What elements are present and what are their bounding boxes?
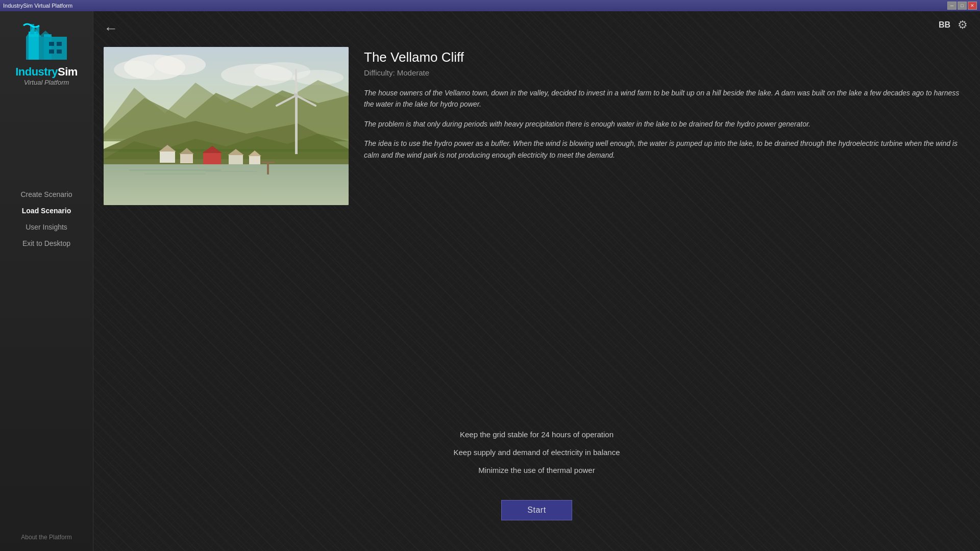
settings-icon[interactable]: ⚙ bbox=[958, 18, 968, 32]
scenario-desc-1: The house owners of the Vellamo town, do… bbox=[364, 87, 970, 110]
main-content: ← BB ⚙ bbox=[93, 11, 980, 551]
svg-rect-7 bbox=[49, 42, 54, 46]
titlebar-title: IndustrySim Virtual Platform bbox=[3, 3, 72, 9]
titlebar-controls: ─ □ ✕ bbox=[947, 2, 977, 10]
objective-3: Minimize the use of thermal power bbox=[478, 466, 595, 474]
scenario-desc-2: The problem is that only during periods … bbox=[364, 118, 970, 130]
svg-marker-6 bbox=[39, 31, 52, 37]
maximize-button[interactable]: □ bbox=[958, 2, 967, 10]
scenario-difficulty: Difficulty: Moderate bbox=[364, 68, 970, 77]
nav-item-exit[interactable]: Exit to Desktop bbox=[0, 237, 93, 249]
nav-item-insights[interactable]: User Insights bbox=[0, 221, 93, 233]
logo-subtitle: Virtual Platform bbox=[24, 79, 69, 86]
nav-item-create[interactable]: Create Scenario bbox=[0, 188, 93, 201]
scenario-image bbox=[104, 47, 349, 205]
top-section: The Vellamo Cliff Difficulty: Moderate T… bbox=[104, 47, 970, 205]
about-link[interactable]: About the Platform bbox=[21, 534, 71, 541]
back-button[interactable]: ← bbox=[104, 20, 118, 37]
logo-icon bbox=[21, 21, 72, 62]
objectives-list: Keep the grid stable for 24 hours of ope… bbox=[104, 430, 970, 474]
scenario-info: The Vellamo Cliff Difficulty: Moderate T… bbox=[364, 47, 970, 205]
top-right-controls: BB ⚙ bbox=[939, 18, 968, 32]
titlebar: IndustrySim Virtual Platform ─ □ ✕ bbox=[0, 0, 980, 11]
start-btn-area: Start bbox=[104, 500, 970, 520]
svg-rect-9 bbox=[49, 49, 54, 54]
scenario-title: The Vellamo Cliff bbox=[364, 49, 970, 65]
svg-rect-2 bbox=[44, 34, 52, 60]
scenario-desc-3: The idea is to use the hydro power as a … bbox=[364, 138, 970, 161]
logo-text: IndustrySim bbox=[15, 65, 78, 79]
svg-rect-10 bbox=[57, 49, 62, 54]
app-body: IndustrySim Virtual Platform Create Scen… bbox=[0, 11, 980, 551]
nav-item-load[interactable]: Load Scenario bbox=[0, 205, 93, 217]
sidebar: IndustrySim Virtual Platform Create Scen… bbox=[0, 11, 93, 551]
logo-area: IndustrySim Virtual Platform bbox=[15, 21, 78, 86]
svg-rect-8 bbox=[57, 42, 62, 46]
close-button[interactable]: ✕ bbox=[968, 2, 977, 10]
user-initials: BB bbox=[939, 20, 950, 30]
objective-2: Keep supply and demand of electricity in… bbox=[453, 448, 620, 457]
svg-rect-44 bbox=[104, 47, 349, 205]
minimize-button[interactable]: ─ bbox=[947, 2, 957, 10]
nav-menu: Create Scenario Load Scenario User Insig… bbox=[0, 188, 93, 249]
objective-1: Keep the grid stable for 24 hours of ope… bbox=[460, 430, 614, 439]
content-area: The Vellamo Cliff Difficulty: Moderate T… bbox=[104, 47, 970, 541]
start-button[interactable]: Start bbox=[501, 500, 572, 520]
